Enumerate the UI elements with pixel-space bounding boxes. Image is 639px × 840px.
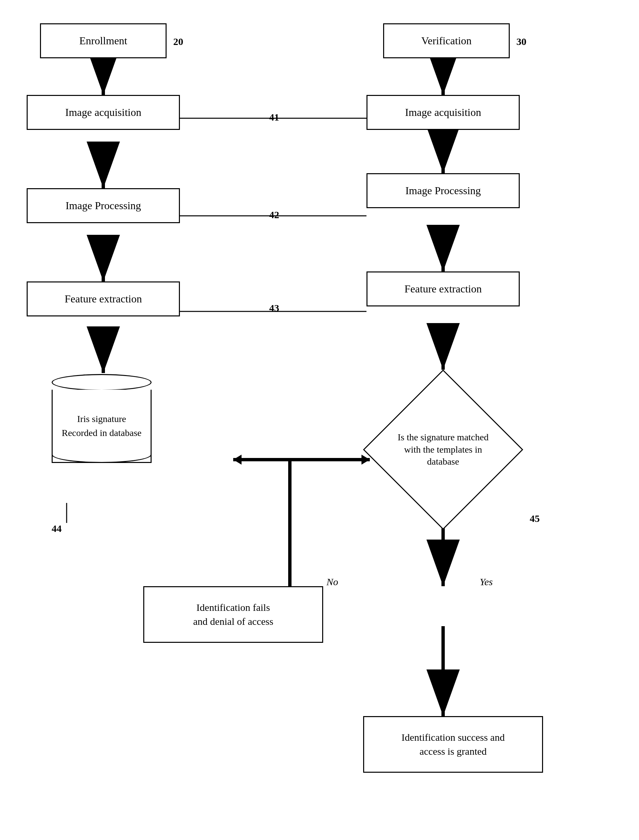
enrollment-ref: 20 — [173, 36, 183, 47]
denial-box: Identification failsand denial of access — [143, 586, 323, 643]
left-image-processing-box: Image Processing — [27, 188, 180, 223]
cylinder-bottom-ellipse — [52, 446, 152, 463]
yes-label: Yes — [480, 576, 493, 588]
verification-ref: 30 — [517, 36, 526, 47]
verification-box: Verification — [383, 23, 510, 58]
left-feature-extraction-box: Feature extraction — [27, 281, 180, 316]
denial-label: Identification failsand denial of access — [193, 600, 273, 629]
cylinder-body: Iris signatureRecorded in database — [52, 390, 152, 463]
left-image-acquisition-label: Image acquisition — [65, 106, 141, 119]
left-image-acquisition-box: Image acquisition — [27, 95, 180, 130]
verification-label: Verification — [421, 35, 471, 47]
right-feature-extraction-label: Feature extraction — [404, 283, 482, 295]
database-label: Iris signatureRecorded in database — [62, 412, 141, 440]
right-image-processing-box: Image Processing — [367, 173, 520, 208]
right-image-acquisition-box: Image acquisition — [367, 95, 520, 130]
diamond-ref: 45 — [530, 513, 540, 524]
success-box: Identification success andaccess is gran… — [363, 716, 543, 773]
enrollment-label: Enrollment — [79, 35, 127, 47]
database-cylinder: Iris signatureRecorded in database — [52, 373, 152, 463]
right-image-acquisition-label: Image acquisition — [405, 106, 481, 119]
database-ref: 44 — [52, 523, 62, 534]
right-feature-extraction-box: Feature extraction — [367, 272, 520, 306]
decision-text: Is the signature matchedwith the templat… — [388, 394, 499, 505]
right-image-processing-label: Image Processing — [405, 184, 481, 197]
diamond-shape: Is the signature matchedwith the templat… — [363, 370, 523, 530]
decision-diamond: Is the signature matchedwith the templat… — [363, 370, 523, 530]
svg-marker-12 — [233, 455, 242, 465]
left-image-processing-label: Image Processing — [66, 200, 141, 212]
img-acq-ref: 41 — [269, 111, 279, 123]
feat-ext-ref: 43 — [269, 302, 279, 314]
left-feature-extraction-label: Feature extraction — [65, 293, 142, 305]
cylinder-top — [52, 374, 152, 391]
flowchart-diagram: Enrollment 20 Image acquisition 41 Image… — [0, 0, 639, 840]
img-proc-ref: 42 — [269, 209, 279, 221]
enrollment-box: Enrollment — [40, 23, 167, 58]
success-label: Identification success andaccess is gran… — [401, 730, 505, 758]
no-label: No — [326, 576, 338, 588]
